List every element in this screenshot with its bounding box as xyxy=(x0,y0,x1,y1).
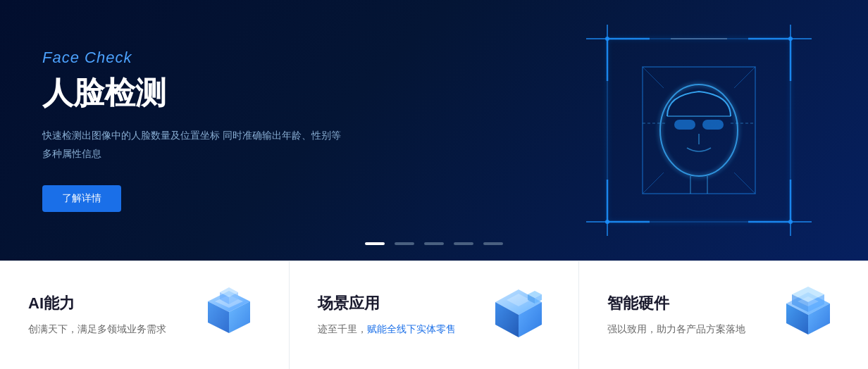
dot-3[interactable] xyxy=(424,242,444,245)
svg-rect-20 xyxy=(674,120,695,130)
hero-section: Face Check 人脸检测 快速检测出图像中的人脸数量及位置坐标 同时准确输… xyxy=(0,0,868,261)
svg-point-35 xyxy=(788,220,793,224)
svg-point-33 xyxy=(788,37,793,41)
svg-rect-21 xyxy=(702,120,724,130)
hero-content: Face Check 人脸检测 快速检测出图像中的人脸数量及位置坐标 同时准确输… xyxy=(42,49,341,211)
hardware-card-title: 智能硬件 xyxy=(607,293,745,314)
svg-line-27 xyxy=(643,67,664,88)
hardware-card-text: 智能硬件 强以致用，助力各产品方案落地 xyxy=(607,293,745,337)
hero-dots xyxy=(365,242,503,245)
ai-cube-icon xyxy=(197,284,261,347)
scene-card[interactable]: 场景应用 迹至千里，赋能全线下实体零售 xyxy=(290,261,579,369)
cards-section: AI能力 创满天下，满足多领域业务需求 xyxy=(0,261,868,369)
hero-title: 人脸检测 xyxy=(42,73,341,114)
ai-card-desc: 创满天下，满足多领域业务需求 xyxy=(28,321,166,337)
hardware-cube-icon xyxy=(776,284,840,347)
svg-line-30 xyxy=(734,173,755,194)
hero-subtitle: Face Check xyxy=(42,49,341,67)
svg-point-18 xyxy=(660,85,738,176)
svg-point-34 xyxy=(605,220,609,224)
dot-1[interactable] xyxy=(365,242,385,245)
hardware-card[interactable]: 智能硬件 强以致用，助力各产品方案落地 xyxy=(579,261,868,369)
dot-5[interactable] xyxy=(483,242,503,245)
dot-4[interactable] xyxy=(454,242,473,245)
svg-line-28 xyxy=(734,67,755,88)
hardware-card-desc: 强以致用，助力各产品方案落地 xyxy=(607,321,745,337)
face-check-graphic xyxy=(586,25,812,236)
hero-description: 快速检测出图像中的人脸数量及位置坐标 同时准确输出年龄、性别等 多种属性信息 xyxy=(42,127,341,162)
svg-line-29 xyxy=(643,173,664,194)
svg-rect-0 xyxy=(607,39,790,222)
ai-card-title: AI能力 xyxy=(28,293,166,314)
ai-card-text: AI能力 创满天下，满足多领域业务需求 xyxy=(28,293,166,337)
learn-more-button[interactable]: 了解详情 xyxy=(42,185,121,212)
dot-2[interactable] xyxy=(395,242,414,245)
svg-point-32 xyxy=(605,37,609,41)
scene-cube-icon xyxy=(487,284,550,347)
scene-card-text: 场景应用 迹至千里，赋能全线下实体零售 xyxy=(318,293,456,337)
ai-card[interactable]: AI能力 创满天下，满足多领域业务需求 xyxy=(0,261,290,369)
scene-card-title: 场景应用 xyxy=(318,293,456,314)
scene-card-desc: 迹至千里，赋能全线下实体零售 xyxy=(318,321,456,337)
